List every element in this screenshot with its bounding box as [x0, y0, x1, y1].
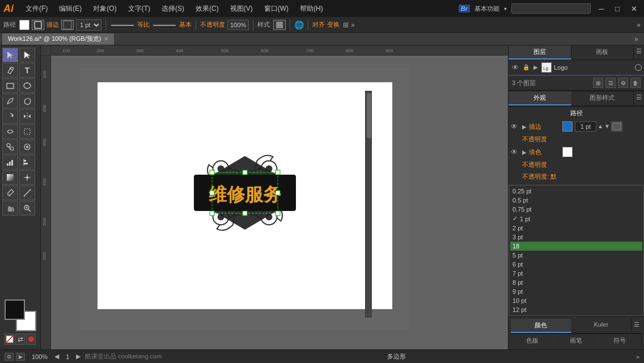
stroke-visibility-icon[interactable]: 👁	[511, 123, 520, 130]
rotate-tool[interactable]	[2, 109, 18, 124]
canvas-area[interactable]: 100 200 300 400 500 600 700 800 900 100 …	[41, 45, 508, 349]
stroke-option-5[interactable]: 5 pt	[510, 251, 642, 260]
hand-tool[interactable]	[2, 201, 18, 216]
stroke-option-8[interactable]: 8 pt	[510, 278, 642, 287]
reflect-tool[interactable]	[19, 109, 35, 124]
stroke-weight-input[interactable]	[575, 121, 596, 132]
minimize-button[interactable]: ─	[595, 5, 607, 13]
stroke-weight-down-icon[interactable]: ▼	[604, 124, 610, 129]
direct-selection-tool[interactable]	[19, 48, 35, 62]
symbol-sprayer-tool[interactable]	[19, 140, 35, 154]
tab-appearance[interactable]: 外观	[509, 91, 571, 105]
status-preview-btn[interactable]: ▶	[16, 353, 25, 361]
menu-window[interactable]: 窗口(W)	[261, 3, 291, 15]
tab-graphic-styles[interactable]: 图形样式	[571, 91, 634, 105]
warp-tool[interactable]	[2, 124, 18, 139]
stroke-option-05[interactable]: 0.5 pt	[510, 196, 642, 205]
align-options-icon[interactable]: ⊞	[343, 21, 349, 29]
stroke-option-1[interactable]: 1 pt	[510, 214, 642, 223]
tab-kuler[interactable]: Kuler	[571, 319, 632, 333]
stroke-expand-icon[interactable]: ▶	[522, 124, 527, 130]
stroke-shape-box[interactable]	[32, 20, 44, 30]
panel-arrow-icon[interactable]: »	[637, 21, 641, 29]
stroke-weight-up-icon[interactable]: ▲	[598, 124, 603, 129]
none-fill-icon[interactable]	[5, 334, 14, 345]
stroke-option-18[interactable]: 18	[510, 242, 642, 251]
layer-visibility-logo[interactable]: 👁	[511, 63, 520, 72]
ellipse-tool[interactable]	[19, 78, 35, 93]
selection-tool[interactable]	[2, 48, 18, 62]
color-menu-icon[interactable]: ☰	[632, 319, 642, 333]
type-tool[interactable]: T	[19, 63, 35, 78]
menu-object[interactable]: 对象(O)	[90, 3, 119, 15]
style-box[interactable]	[273, 20, 286, 30]
menu-file[interactable]: 文件(F)	[23, 3, 50, 15]
tab-symbols[interactable]: 符号	[598, 334, 642, 347]
globe-icon[interactable]: 🌐	[294, 20, 304, 29]
move-layer-icon[interactable]: ☰	[605, 78, 616, 88]
shape-builder-tool[interactable]	[2, 140, 18, 154]
close-button[interactable]: ✕	[628, 5, 641, 13]
tab-bar-arrow-icon[interactable]: »	[631, 35, 642, 43]
opacity-input[interactable]	[227, 20, 249, 30]
fill-color-box[interactable]	[19, 20, 29, 30]
search-input[interactable]	[511, 3, 591, 14]
stroke-style-box[interactable]	[61, 20, 74, 30]
panel-menu-icon[interactable]: ☰	[634, 45, 644, 60]
status-settings-btn[interactable]: ⚙	[5, 353, 14, 361]
mesh-tool[interactable]	[19, 170, 35, 185]
stroke-option-12[interactable]: 12 pt	[510, 305, 642, 314]
stroke-option-7[interactable]: 7 pt	[510, 269, 642, 278]
zoom-tool[interactable]	[19, 201, 35, 216]
measure-tool[interactable]	[19, 185, 35, 200]
tab-swatches[interactable]: 色板	[511, 334, 554, 347]
tab-brushes[interactable]: 画笔	[554, 334, 598, 347]
rectangle-tool[interactable]	[2, 78, 18, 93]
layer-lock-logo[interactable]: 🔒	[522, 63, 530, 72]
gradient-tool[interactable]	[2, 170, 18, 185]
stroke-option-075[interactable]: 0.75 pt	[510, 205, 642, 214]
menu-help[interactable]: 帮助(H)	[297, 3, 326, 15]
expand-icon[interactable]: »	[351, 21, 355, 29]
swap-colors-icon[interactable]: ⇄	[15, 334, 25, 345]
screen-mode-icon[interactable]	[26, 334, 36, 345]
status-right-arrow[interactable]: »	[636, 353, 639, 360]
tab-artboard[interactable]: 画板	[571, 45, 634, 60]
menu-select[interactable]: 选择(S)	[159, 3, 187, 15]
pen-tool[interactable]	[2, 63, 18, 78]
layer-expand-logo[interactable]: ▶	[532, 64, 539, 71]
layer-settings-icon[interactable]: ⚙	[618, 78, 628, 88]
tab-layers[interactable]: 图层	[509, 45, 571, 60]
fill-expand-icon[interactable]: ▶	[522, 149, 527, 155]
stroke-option-6[interactable]: 6 pt	[510, 260, 642, 269]
bridge-icon[interactable]: Br	[459, 5, 470, 12]
appearance-menu-icon[interactable]: ☰	[634, 91, 644, 105]
new-layer-icon[interactable]: ⊞	[593, 78, 603, 88]
maximize-button[interactable]: □	[612, 5, 623, 13]
menu-text[interactable]: 文字(T)	[125, 3, 153, 15]
eyedropper-tool[interactable]	[2, 185, 18, 200]
vertical-scrollbar[interactable]	[365, 91, 372, 318]
vertical-scrollbar-thumb[interactable]	[367, 93, 371, 138]
nav-prev-icon[interactable]: ◀	[54, 353, 59, 360]
delete-layer-icon[interactable]: 🗑	[630, 78, 641, 88]
layer-row-logo[interactable]: 👁 🔒 ▶ Lg Logo	[509, 60, 644, 75]
tab-close-button[interactable]: ✕	[104, 36, 108, 42]
free-transform-tool[interactable]	[19, 124, 35, 139]
stroke-color-swatch[interactable]	[562, 121, 573, 132]
stroke-option-10[interactable]: 10 pt	[510, 296, 642, 305]
active-tab[interactable]: Work126.ai* @ 100% (RGB/预览) ✕	[2, 33, 114, 45]
fill-visibility-icon[interactable]: 👁	[511, 148, 520, 156]
stroke-option-3[interactable]: 3 pt	[510, 233, 642, 242]
stroke-option-9[interactable]: 9 pt	[510, 287, 642, 296]
stroke-type-box[interactable]	[611, 121, 622, 132]
workspace-selector[interactable]: 基本功能	[474, 5, 499, 13]
blob-brush-tool[interactable]	[19, 94, 35, 108]
foreground-color[interactable]	[5, 299, 25, 320]
menu-effect[interactable]: 效果(C)	[193, 3, 222, 15]
stroke-option-025[interactable]: 0.25 pt	[510, 187, 642, 196]
column-chart-tool[interactable]	[19, 155, 35, 170]
pencil-tool[interactable]	[2, 94, 18, 108]
stroke-weight-select[interactable]: 1 pt	[76, 19, 101, 31]
bar-chart-tool[interactable]	[2, 155, 18, 170]
